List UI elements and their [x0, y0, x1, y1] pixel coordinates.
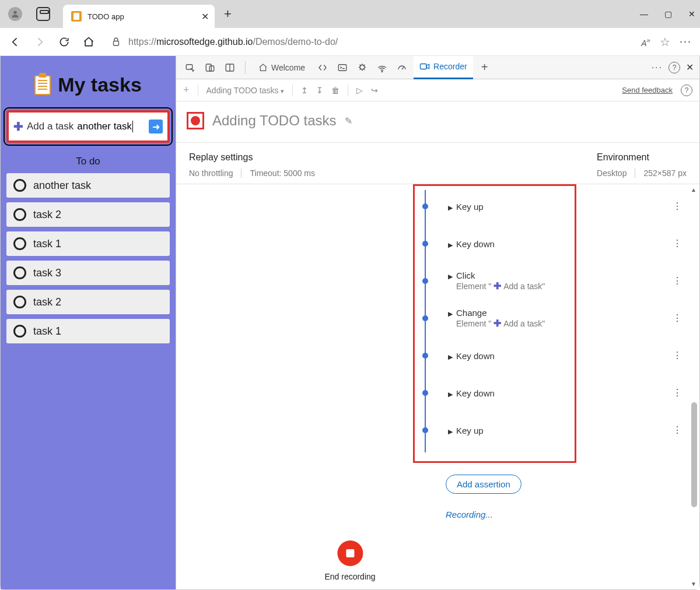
- scrollbar-thumb[interactable]: [691, 402, 697, 507]
- steps-list: ▶Key up⋮▶Key down⋮▶ClickElement "✚ Add a…: [419, 188, 676, 449]
- device-emulation-icon[interactable]: [202, 59, 218, 76]
- edit-title-icon[interactable]: ✎: [345, 115, 352, 127]
- close-window-button[interactable]: ✕: [688, 9, 695, 19]
- task-item[interactable]: task 1: [6, 319, 170, 343]
- todo-app: My tasks ✚ Add a task another task ➜ To …: [1, 56, 176, 589]
- task-item[interactable]: another task: [6, 173, 170, 198]
- tab-close-icon[interactable]: ✕: [201, 11, 209, 22]
- inspect-icon[interactable]: [182, 59, 198, 76]
- step-label: Key up: [456, 426, 484, 436]
- tab-actions-icon[interactable]: [36, 7, 50, 21]
- elements-icon[interactable]: [314, 59, 331, 76]
- recording-dropdown[interactable]: Adding TODO tasks ▾: [206, 86, 285, 95]
- throttling-value[interactable]: No throttling: [189, 168, 233, 178]
- plus-icon: ✚: [494, 280, 501, 292]
- scroll-up-icon[interactable]: ▲: [691, 187, 696, 193]
- new-recording-button[interactable]: +: [183, 84, 190, 96]
- devtools-close-icon[interactable]: ✕: [686, 62, 694, 73]
- expand-icon[interactable]: ▶: [448, 273, 453, 280]
- step-menu-icon[interactable]: ⋮: [673, 317, 682, 319]
- replay-icon[interactable]: ▷: [356, 86, 363, 95]
- task-radio[interactable]: [13, 296, 26, 308]
- maximize-button[interactable]: ▢: [664, 9, 672, 19]
- expand-icon[interactable]: ▶: [448, 391, 453, 398]
- minimize-button[interactable]: —: [640, 9, 648, 19]
- step-row[interactable]: ▶Key down⋮: [419, 374, 676, 412]
- tab-welcome[interactable]: Welcome: [253, 56, 311, 79]
- step-menu-icon[interactable]: ⋮: [673, 392, 682, 394]
- step-row[interactable]: ▶Key up⋮: [419, 412, 676, 449]
- step-row[interactable]: ▶ChangeElement "✚ Add a task"⋮: [419, 300, 676, 337]
- recording-status: Recording...: [446, 510, 493, 519]
- import-icon[interactable]: ↥: [301, 86, 308, 95]
- timeout-value[interactable]: Timeout: 5000 ms: [250, 168, 315, 178]
- browser-tab[interactable]: TODO app ✕: [63, 5, 215, 28]
- toolbar-help-icon[interactable]: ?: [681, 85, 692, 96]
- task-label: task 2: [33, 209, 61, 221]
- task-radio[interactable]: [13, 266, 26, 279]
- expand-icon[interactable]: ▶: [448, 204, 453, 212]
- step-menu-icon[interactable]: ⋮: [673, 280, 682, 282]
- performance-icon[interactable]: [394, 59, 410, 76]
- back-button[interactable]: [7, 34, 23, 50]
- read-aloud-icon[interactable]: A»: [641, 36, 650, 48]
- task-item[interactable]: task 2: [6, 202, 170, 227]
- site-info-icon[interactable]: [111, 37, 121, 47]
- help-icon[interactable]: ?: [668, 62, 680, 73]
- svg-rect-1: [114, 41, 119, 45]
- more-menu-icon[interactable]: ···: [680, 36, 692, 48]
- dock-icon[interactable]: [222, 59, 238, 76]
- new-tab-button[interactable]: +: [224, 6, 232, 22]
- task-item[interactable]: task 3: [6, 261, 170, 285]
- recorder-settings: Replay settings No throttling Timeout: 5…: [176, 143, 699, 184]
- devtools-more-icon[interactable]: ···: [652, 62, 663, 73]
- task-item[interactable]: task 2: [6, 290, 170, 314]
- export-icon[interactable]: ↧: [316, 86, 323, 95]
- forward-button: [32, 34, 48, 50]
- expand-icon[interactable]: ▶: [448, 241, 453, 249]
- refresh-button[interactable]: [56, 34, 72, 50]
- console-icon[interactable]: [334, 59, 351, 76]
- home-button[interactable]: [80, 34, 97, 50]
- browser-toolbar: https://microsoftedge.github.io/Demos/de…: [0, 28, 700, 56]
- step-icon[interactable]: ↪: [371, 86, 378, 95]
- tab-recorder[interactable]: Recorder: [414, 56, 473, 79]
- favorite-icon[interactable]: ☆: [660, 35, 670, 49]
- send-feedback-link[interactable]: Send feedback: [622, 86, 673, 94]
- step-menu-icon[interactable]: ⋮: [673, 354, 682, 357]
- add-assertion-button[interactable]: Add assertion: [446, 475, 522, 494]
- expand-icon[interactable]: ▶: [448, 310, 453, 318]
- task-item[interactable]: task 1: [6, 231, 170, 256]
- step-label: Key down: [456, 388, 495, 398]
- expand-icon[interactable]: ▶: [448, 428, 453, 436]
- more-tabs-button[interactable]: +: [477, 59, 493, 76]
- profile-avatar[interactable]: [8, 7, 22, 21]
- end-recording-button[interactable]: [337, 540, 363, 566]
- task-list: another tasktask 2task 1task 3task 2task…: [6, 173, 170, 343]
- task-radio[interactable]: [13, 325, 26, 338]
- todo-section-label: To do: [6, 156, 170, 167]
- step-menu-icon[interactable]: ⋮: [673, 243, 682, 245]
- step-row[interactable]: ▶ClickElement "✚ Add a task"⋮: [419, 262, 676, 300]
- tab-title: TODO app: [88, 12, 124, 21]
- step-row[interactable]: ▶Key up⋮: [419, 188, 676, 225]
- add-task-input[interactable]: ✚ Add a task another task ➜: [6, 110, 170, 143]
- task-radio[interactable]: [13, 237, 26, 250]
- address-bar[interactable]: https://microsoftedge.github.io/Demos/de…: [105, 31, 633, 52]
- network-icon[interactable]: [374, 59, 390, 76]
- scrollbar[interactable]: ▲ ▼: [690, 187, 698, 587]
- step-menu-icon[interactable]: ⋮: [673, 429, 682, 431]
- devtools-panel: Welcome Recorder + ··· ? ✕ + Adding TODO…: [176, 56, 699, 589]
- step-menu-icon[interactable]: ⋮: [673, 205, 682, 208]
- delete-icon[interactable]: 🗑: [331, 86, 340, 95]
- step-row[interactable]: ▶Key down⋮: [419, 337, 676, 374]
- expand-icon[interactable]: ▶: [448, 353, 453, 361]
- task-radio[interactable]: [13, 179, 26, 192]
- sources-icon[interactable]: [354, 59, 370, 76]
- timeline-node-icon: [422, 315, 428, 321]
- submit-task-button[interactable]: ➜: [149, 120, 163, 134]
- timeline-node-icon: [422, 353, 428, 359]
- scroll-down-icon[interactable]: ▼: [691, 581, 696, 587]
- step-row[interactable]: ▶Key down⋮: [419, 225, 676, 262]
- task-radio[interactable]: [13, 208, 26, 221]
